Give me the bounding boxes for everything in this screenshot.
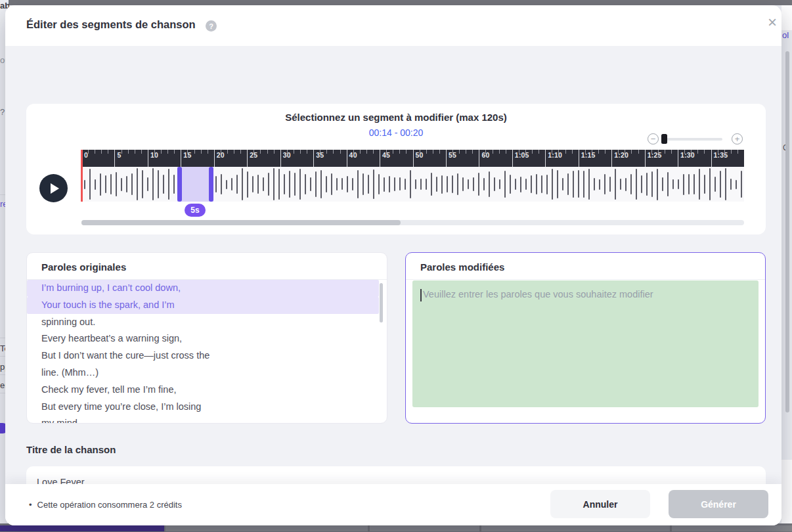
lyric-line[interactable]: my mind [27,415,387,424]
waveform-bar [158,170,159,198]
ruler-tick [88,150,89,154]
segment-select-title: Sélectionnez un segment à modifier (max … [26,112,766,123]
waveform-scrollbar-thumb[interactable] [81,220,401,225]
ruler-tick [631,150,632,154]
waveform-bar [683,174,684,195]
waveform-bar [426,179,427,190]
waveform-bar [583,171,584,198]
bg-text-fragment: ol [782,30,791,40]
waveform-scrollbar-track[interactable] [81,220,744,225]
ruler-tick [320,150,320,154]
lyrics-scrollbar-thumb[interactable] [380,283,383,322]
selection-handle-left[interactable] [177,167,182,202]
timeline-ruler[interactable]: 0510152025303540455055601:051:101:151:20… [81,150,744,167]
close-icon[interactable]: × [763,13,781,32]
ruler-tick [579,150,579,167]
lyric-line[interactable]: Check my fever, tell me I’m fine, [27,382,387,399]
waveform-bar [567,173,569,195]
waveform-bar [257,175,259,194]
waveform-bar [515,179,516,190]
ruler-tick [386,150,387,154]
ruler-tick [167,150,168,154]
waveform-bar [693,174,695,194]
help-icon[interactable]: ? [206,20,217,32]
ruler-tick-label: 1:15 [581,151,596,159]
segment-selection[interactable] [177,167,213,202]
lyric-line[interactable]: line. (Mhm…) [27,365,387,382]
waveform-bar [315,171,317,197]
waveform-bar [352,178,353,190]
ruler-tick [108,150,108,154]
waveform-bar [709,168,711,201]
song-title-label: Titre de la chanson [26,444,116,455]
waveform-bar [384,177,385,192]
zoom-in-button[interactable]: + [732,133,743,144]
ruler-tick [208,150,208,154]
lyric-line[interactable]: I’m burning up, I can’t cool down, [27,280,379,297]
waveform-bar [452,175,453,193]
lyric-line[interactable]: spinning out. [27,314,387,331]
waveform-bar [236,175,238,194]
waveform-bar [741,171,742,197]
play-icon [51,183,59,194]
zoom-slider-track[interactable] [662,138,722,141]
ruler-tick [347,150,347,167]
page-scrollbar[interactable] [785,51,789,412]
waveform-bar [284,174,285,194]
edit-segments-dialog: Éditer des segments de chanson ? × Sélec… [5,5,781,525]
ruler-tick [711,150,712,167]
generate-button[interactable]: Générer [669,490,768,518]
ruler-tick [611,150,612,167]
waveform-bar [89,169,91,200]
lyric-line[interactable]: But I don’t want the cure—just cross the [27,347,387,365]
ruler-tick [194,150,195,154]
zoom-slider-thumb[interactable] [661,134,667,144]
play-button[interactable] [39,174,68,202]
waveform-bar [557,170,558,198]
ruler-tick [187,150,188,154]
selection-handle-right[interactable] [209,167,213,202]
ruler-tick [704,150,705,154]
dialog-body: Sélectionnez un segment à modifier (max … [5,46,781,484]
ruler-tick-label: 1:10 [548,151,562,159]
credits-note-text: Cette opération consommera 2 crédits [37,500,182,510]
waveform-bar [320,170,322,198]
waveform-bar [163,175,164,194]
ruler-tick [313,150,314,167]
ruler-tick [731,150,732,154]
modified-lyrics-title: Paroles modifiées [420,261,504,273]
modified-lyrics-textarea[interactable]: Veuillez entrer les paroles que vous sou… [412,280,759,407]
waveform-bar [730,179,732,190]
waveform-bar [562,178,563,190]
ruler-tick [333,150,334,154]
waveform-bar [278,169,280,200]
waveform-bar [552,169,553,200]
waveform-bar [636,169,637,199]
ruler-tick [525,150,526,154]
waveform-bar [268,173,269,196]
ruler-tick [326,150,327,154]
waveform-bar [326,176,327,192]
waveform-bar [678,179,679,189]
waveform-bar [525,179,527,190]
waveform-bar [116,172,117,196]
ruler-tick [506,150,506,154]
cancel-button[interactable]: Annuler [550,490,650,518]
ruler-tick [493,150,493,154]
ruler-tick [459,150,460,154]
waveform-bar [336,178,338,190]
ruler-tick [121,150,122,154]
ruler-tick [174,150,175,154]
original-lyrics-panel: Paroles originales I’m burning up, I can… [26,252,387,424]
ruler-tick [585,150,586,154]
waveform-bar [578,170,579,198]
original-lyrics-list[interactable]: I’m burning up, I can’t cool down,Your t… [27,280,387,424]
lyric-line[interactable]: But every time you’re close, I’m losing [27,399,387,416]
zoom-out-button[interactable]: − [648,133,659,144]
waveform-bar [389,176,390,192]
ruler-tick [413,150,414,167]
waveform-bar [494,177,495,191]
lyric-line[interactable]: Your touch is the spark, and I’m [27,297,379,314]
lyric-line[interactable]: Every heartbeat’s a warning sign, [27,330,387,347]
ruler-tick [724,150,725,154]
